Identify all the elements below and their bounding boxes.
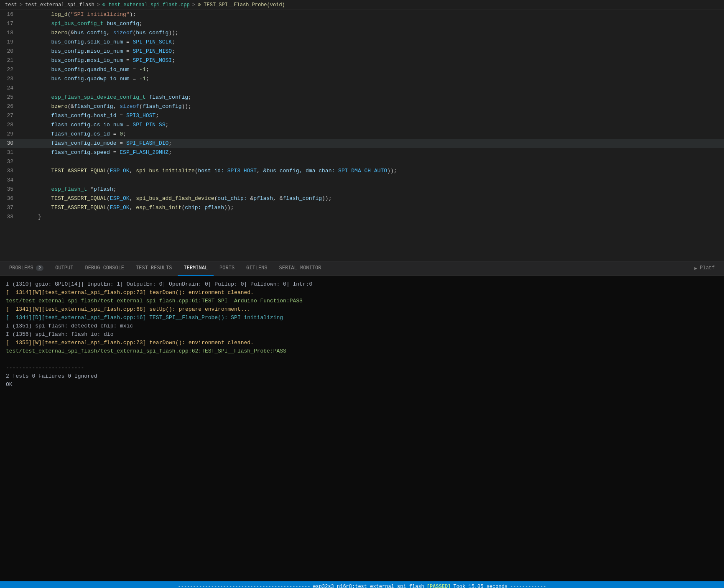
terminal-line-1: I (1310) gpio: GPIO[14]| InputEn: 1| Out… bbox=[6, 280, 718, 289]
tab-output[interactable]: OUTPUT bbox=[49, 261, 79, 276]
terminal-line-8: [ 1355][W][test_external_spi_flash.cpp:7… bbox=[6, 339, 718, 347]
terminal-line-4: [ 1341][W][test_external_spi_flash.cpp:6… bbox=[6, 305, 718, 314]
code-line-20: 20 bus_config.miso_io_num = SPI_PIN_MISO… bbox=[0, 47, 724, 56]
terminal-line-7: I (1356) spi_flash: flash io: dio bbox=[6, 330, 718, 339]
code-line-31: 31 flash_config.speed = ESP_FLASH_20MHZ; bbox=[0, 148, 724, 157]
code-line-25: 25 esp_flash_spi_device_config_t flash_c… bbox=[0, 93, 724, 102]
code-line-27: 27 flash_config.host_id = SPI3_HOST; bbox=[0, 111, 724, 120]
terminal-line-13: OK bbox=[6, 381, 718, 389]
terminal-line-3: test/test_external_spi_flash/test_extern… bbox=[6, 297, 718, 305]
code-line-17: 17 spi_bus_config_t bus_config; bbox=[0, 19, 724, 28]
tab-bar: PROBLEMS 2 OUTPUT DEBUG CONSOLE TEST RES… bbox=[0, 261, 724, 276]
platform-label: Platf bbox=[700, 265, 715, 271]
code-line-32: 32 bbox=[0, 157, 724, 166]
terminal-line-9: test/test_external_spi_flash/test_extern… bbox=[6, 347, 718, 355]
tab-test-results[interactable]: TEST RESULTS bbox=[130, 261, 178, 276]
status-bar: ----------------------------------------… bbox=[0, 581, 724, 588]
status-dashes-right: ------------ bbox=[510, 584, 546, 588]
code-line-28: 28 flash_config.cs_io_num = SPI_PIN_SS; bbox=[0, 120, 724, 130]
breadcrumb-file[interactable]: ⊙ test_external_spi_flash.cpp bbox=[102, 2, 190, 8]
status-passed-badge: [PASSED] bbox=[427, 584, 451, 588]
code-line-33: 33 TEST_ASSERT_EQUAL(ESP_OK, spi_bus_ini… bbox=[0, 166, 724, 176]
terminal-line-14 bbox=[6, 389, 718, 397]
tab-gitlens-label: GITLENS bbox=[246, 265, 267, 271]
tab-problems[interactable]: PROBLEMS 2 bbox=[3, 261, 49, 276]
breadcrumb-sep2: > bbox=[97, 2, 100, 8]
breadcrumb-sep1: > bbox=[20, 2, 23, 8]
tab-serial-monitor[interactable]: SERIAL MONITOR bbox=[273, 261, 327, 276]
breadcrumb: test > test_external_spi_flash > ⊙ test_… bbox=[0, 0, 724, 10]
code-line-21: 21 bus_config.mosi_io_num = SPI_PIN_MOSI… bbox=[0, 56, 724, 65]
tab-gitlens[interactable]: GITLENS bbox=[240, 261, 273, 276]
code-line-38: 38 } bbox=[0, 212, 724, 222]
code-line-23: 23 bus_config.quadwp_io_num = -1; bbox=[0, 74, 724, 84]
tab-problems-label: PROBLEMS bbox=[9, 265, 33, 271]
status-time: Took 15.05 seconds bbox=[453, 584, 507, 588]
status-dashes-left: ----------------------------------------… bbox=[178, 584, 311, 588]
terminal-line-10 bbox=[6, 355, 718, 364]
terminal-line-6: I (1351) spi_flash: detected chip: mxic bbox=[6, 322, 718, 330]
code-line-26: 26 bzero(&flash_config, sizeof(flash_con… bbox=[0, 102, 724, 111]
tab-debug-console[interactable]: DEBUG CONSOLE bbox=[79, 261, 130, 276]
code-line-30: 30 flash_config.io_mode = SPI_FLASH_DIO; bbox=[0, 139, 724, 148]
tab-debug-console-label: DEBUG CONSOLE bbox=[85, 265, 124, 271]
tab-output-label: OUTPUT bbox=[55, 265, 73, 271]
tab-ports-label: PORTS bbox=[219, 265, 235, 271]
terminal-line-12: 2 Tests 0 Failures 0 Ignored bbox=[6, 372, 718, 381]
breadcrumb-folder[interactable]: test_external_spi_flash bbox=[25, 2, 94, 8]
terminal-line-11: ------------------------ bbox=[6, 364, 718, 372]
code-line-29: 29 flash_config.cs_id = 0; bbox=[0, 130, 724, 139]
code-line-37: 37 TEST_ASSERT_EQUAL(ESP_OK, esp_flash_i… bbox=[0, 203, 724, 212]
tab-terminal[interactable]: TERMINAL bbox=[178, 261, 214, 276]
tab-terminal-label: TERMINAL bbox=[184, 265, 208, 271]
problems-badge: 2 bbox=[36, 265, 44, 271]
breadcrumb-test[interactable]: test bbox=[5, 2, 17, 8]
tab-test-results-label: TEST RESULTS bbox=[136, 265, 172, 271]
code-line-19: 19 bus_config.sclk_io_num = SPI_PIN_SCLK… bbox=[0, 38, 724, 47]
terminal[interactable]: I (1310) gpio: GPIO[14]| InputEn: 1| Out… bbox=[0, 276, 724, 581]
code-line-36: 36 TEST_ASSERT_EQUAL(ESP_OK, spi_bus_add… bbox=[0, 194, 724, 203]
breadcrumb-sep3: > bbox=[192, 2, 195, 8]
platform-button[interactable]: ▶ Platf bbox=[688, 261, 721, 276]
code-line-22: 22 bus_config.quadhd_io_num = -1; bbox=[0, 65, 724, 74]
tab-serial-monitor-label: SERIAL MONITOR bbox=[279, 265, 321, 271]
code-line-18: 18 bzero(&bus_config, sizeof(bus_config)… bbox=[0, 28, 724, 38]
status-device-label: esp32s3_n16r8:test_external_spi_flash bbox=[313, 584, 424, 588]
code-line-16: 16 log_d("SPI initializing"); bbox=[0, 10, 724, 19]
code-line-24: 24 bbox=[0, 84, 724, 93]
code-line-34: 34 bbox=[0, 176, 724, 185]
breadcrumb-func[interactable]: ⊙ TEST_SPI__Flash_Probe(void) bbox=[198, 2, 285, 8]
terminal-line-2: [ 1314][W][test_external_spi_flash.cpp:7… bbox=[6, 289, 718, 297]
tab-ports[interactable]: PORTS bbox=[214, 261, 240, 276]
code-editor: 16 log_d("SPI initializing"); 17 spi_bus… bbox=[0, 10, 724, 261]
terminal-line-5: [ 1341][D][test_external_spi_flash.cpp:1… bbox=[6, 314, 718, 322]
code-line-35: 35 esp_flash_t *pflash; bbox=[0, 185, 724, 194]
